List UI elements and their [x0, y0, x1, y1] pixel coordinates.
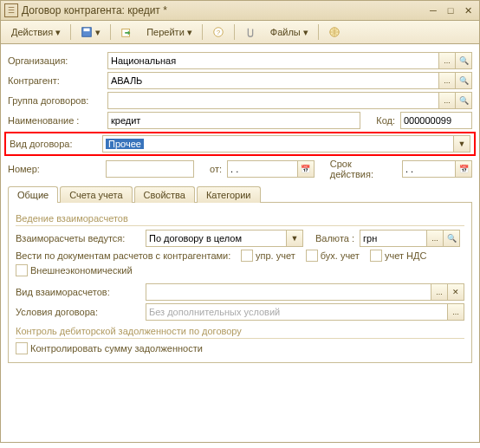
number-field[interactable]: [106, 160, 194, 178]
attach-icon[interactable]: [238, 23, 263, 41]
highlighted-row: Вид договора: Прочее ▼: [4, 132, 476, 156]
group-select-button[interactable]: ...: [438, 92, 456, 109]
org-select-button[interactable]: ...: [438, 52, 456, 69]
name-label: Наименование :: [8, 115, 107, 126]
date-from-field[interactable]: . .: [227, 160, 298, 178]
goto-icon[interactable]: [114, 23, 139, 41]
org-field[interactable]: Национальная: [107, 52, 439, 69]
tab-accounts[interactable]: Счета учета: [60, 186, 132, 203]
svg-text:?: ?: [217, 29, 221, 36]
window-icon: ☰: [4, 3, 18, 17]
window-title: Договор контрагента: кредит *: [22, 4, 424, 16]
keep-docs-label: Вести по документам расчетов с контраген…: [16, 250, 241, 261]
contr-field[interactable]: АВАЛЬ: [107, 72, 439, 89]
close-button[interactable]: ✕: [460, 3, 476, 17]
chk-foreign[interactable]: [16, 264, 28, 276]
group-label: Группа договоров:: [8, 95, 107, 106]
section-settlements: Ведение взаиморасчетов: [16, 211, 464, 226]
group-field[interactable]: [107, 92, 439, 109]
org-search-icon[interactable]: 🔍: [455, 52, 472, 69]
validity-label: Срок действия:: [330, 159, 397, 179]
svg-rect-1: [84, 29, 90, 32]
goto-menu[interactable]: Перейти ▾: [140, 24, 198, 41]
globe-icon[interactable]: [322, 23, 347, 41]
currency-field[interactable]: грн: [360, 230, 427, 247]
contr-label: Контрагент:: [8, 75, 107, 86]
currency-search-icon[interactable]: 🔍: [443, 230, 460, 247]
tab-general[interactable]: Общие: [8, 186, 58, 203]
settle-dropdown-icon[interactable]: ▼: [286, 230, 303, 247]
type-dropdown-icon[interactable]: ▼: [453, 135, 470, 153]
contr-select-button[interactable]: ...: [438, 72, 456, 89]
help-icon[interactable]: ?: [206, 23, 230, 41]
terms-field[interactable]: Без дополнительных условий: [146, 303, 448, 321]
files-menu[interactable]: Файлы ▾: [264, 24, 315, 41]
validity-picker-icon[interactable]: 📅: [455, 160, 472, 178]
name-field[interactable]: кредит: [107, 112, 360, 129]
tab-properties[interactable]: Свойства: [134, 186, 195, 203]
save-icon[interactable]: ▾: [75, 23, 107, 41]
terms-select-button[interactable]: ...: [447, 303, 464, 321]
minimize-button[interactable]: ─: [425, 3, 441, 17]
type-label: Вид договора:: [10, 139, 102, 149]
chk-mgmt[interactable]: [241, 250, 253, 262]
org-label: Организация:: [8, 55, 107, 66]
actions-menu[interactable]: Действия ▾: [5, 24, 67, 41]
tab-categories[interactable]: Категории: [197, 186, 261, 203]
chk-vat[interactable]: [370, 250, 382, 262]
section-debt-control: Контроль дебиторской задолженности по до…: [16, 324, 464, 339]
number-label: Номер:: [8, 164, 106, 174]
settle-type-select-button[interactable]: ...: [431, 283, 448, 301]
type-select[interactable]: Прочее: [102, 135, 454, 153]
maximize-button[interactable]: □: [443, 3, 458, 17]
code-label: Код:: [376, 115, 395, 126]
chk-control-debt[interactable]: [16, 342, 28, 354]
chk-acc[interactable]: [306, 250, 318, 262]
settle-type-field[interactable]: [146, 283, 431, 301]
contr-search-icon[interactable]: 🔍: [455, 72, 472, 89]
currency-select-button[interactable]: ...: [426, 230, 444, 247]
settle-type-label: Вид взаиморасчетов:: [16, 287, 146, 297]
settle-label: Взаиморасчеты ведутся:: [16, 233, 146, 243]
group-search-icon[interactable]: 🔍: [455, 92, 472, 109]
currency-label: Валюта :: [315, 233, 354, 243]
terms-label: Условия договора:: [16, 307, 146, 317]
settle-type-clear-icon[interactable]: ✕: [447, 283, 464, 301]
code-field[interactable]: 000000099: [400, 112, 472, 129]
date-from-label: от:: [210, 164, 222, 174]
date-from-picker-icon[interactable]: 📅: [297, 160, 315, 178]
settle-select[interactable]: По договору в целом: [146, 230, 287, 247]
validity-field[interactable]: . .: [402, 160, 456, 178]
